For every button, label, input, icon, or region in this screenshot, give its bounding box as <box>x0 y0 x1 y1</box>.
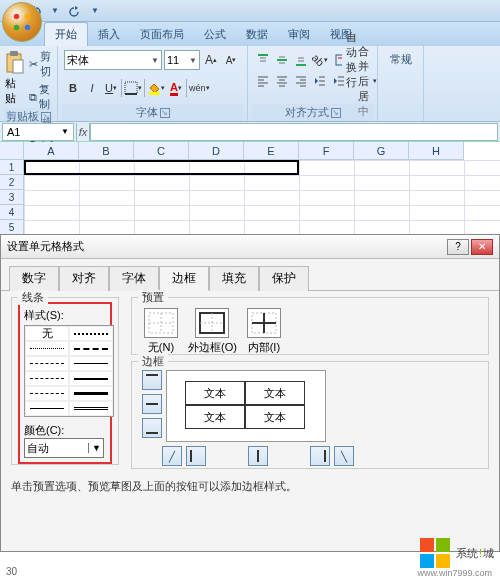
orientation-button[interactable]: ab▾ <box>311 50 329 70</box>
line-color-combo[interactable]: 自动 ▼ <box>24 438 104 458</box>
col-header[interactable]: B <box>79 142 134 160</box>
border-diag-up-button[interactable]: ╱ <box>162 446 182 466</box>
separator <box>186 79 187 97</box>
style-opt[interactable] <box>69 386 113 401</box>
close-button[interactable]: ✕ <box>471 239 493 255</box>
preset-inside[interactable]: 内部(I) <box>247 308 281 355</box>
row-header[interactable]: 2 <box>0 175 24 190</box>
watermark: 系统!城 <box>420 538 494 568</box>
formula-input[interactable] <box>90 123 498 141</box>
border-hmiddle-button[interactable] <box>142 394 162 414</box>
underline-button[interactable]: U▾ <box>102 78 120 98</box>
tab-insert[interactable]: 插入 <box>88 23 130 46</box>
bold-button[interactable]: B <box>64 78 82 98</box>
tab-data[interactable]: 数据 <box>236 23 278 46</box>
dtab-border[interactable]: 边框 <box>159 266 209 291</box>
align-left-button[interactable] <box>254 71 272 91</box>
tab-home[interactable]: 开始 <box>44 22 88 46</box>
border-left-button[interactable] <box>186 446 206 466</box>
border-vmiddle-button[interactable] <box>248 446 268 466</box>
worksheet: A B C D E F G H 1 2 3 4 5 <box>0 142 500 236</box>
phonetic-button[interactable]: wén▾ <box>188 78 211 98</box>
watermark-url: www.win7999.com <box>417 568 492 578</box>
preset-none[interactable]: 无(N) <box>144 308 178 355</box>
paste-label: 粘贴 <box>5 76 25 106</box>
redo-icon[interactable] <box>68 4 82 18</box>
font-size-combo[interactable]: 11▼ <box>164 50 200 70</box>
office-button[interactable] <box>2 2 42 42</box>
col-header[interactable]: H <box>409 142 464 160</box>
name-box[interactable]: A1▼ <box>2 123 74 141</box>
row-header[interactable]: 5 <box>0 220 24 235</box>
fill-color-button[interactable]: ▾ <box>146 78 166 98</box>
dtab-alignment[interactable]: 对齐 <box>59 266 109 291</box>
select-all-corner[interactable] <box>0 142 24 160</box>
row-header[interactable]: 4 <box>0 205 24 220</box>
border-bottom-button[interactable] <box>142 418 162 438</box>
align-middle-button[interactable] <box>273 50 291 70</box>
borders-button[interactable]: ▾ <box>123 78 143 98</box>
align-right-button[interactable] <box>292 71 310 91</box>
style-opt[interactable] <box>25 401 69 416</box>
row-header[interactable]: 1 <box>0 160 24 175</box>
paste-button[interactable]: 粘贴 <box>4 48 26 108</box>
tab-review[interactable]: 审阅 <box>278 23 320 46</box>
col-header[interactable]: A <box>24 142 79 160</box>
font-name-combo[interactable]: 宋体▼ <box>64 50 162 70</box>
dtab-font[interactable]: 字体 <box>109 266 159 291</box>
help-button[interactable]: ? <box>447 239 469 255</box>
style-opt[interactable] <box>25 386 69 401</box>
decrease-indent-button[interactable] <box>311 71 329 91</box>
style-none[interactable]: 无 <box>25 326 69 341</box>
tab-pagelayout[interactable]: 页面布局 <box>130 23 194 46</box>
dialog-hint: 单击预置选项、预览草图及上面的按钮可以添加边框样式。 <box>1 475 499 498</box>
grow-font-button[interactable]: A▴ <box>202 50 220 70</box>
style-opt[interactable] <box>69 326 113 341</box>
style-opt[interactable] <box>25 356 69 371</box>
col-header[interactable]: F <box>299 142 354 160</box>
shrink-font-button[interactable]: A▾ <box>222 50 240 70</box>
paste-icon <box>5 50 25 74</box>
dtab-protection[interactable]: 保护 <box>259 266 309 291</box>
align-top-button[interactable] <box>254 50 272 70</box>
col-header[interactable]: D <box>189 142 244 160</box>
align-center-button[interactable] <box>273 71 291 91</box>
cut-button[interactable]: ✂剪切 <box>28 48 54 80</box>
qat-customize-icon[interactable]: ▼ <box>88 4 102 18</box>
col-header[interactable]: C <box>134 142 189 160</box>
style-opt[interactable] <box>25 341 69 356</box>
format-cells-dialog: 设置单元格格式 ? ✕ 数字 对齐 字体 边框 填充 保护 线条 样式(S): … <box>0 234 500 552</box>
font-color-button[interactable]: A▾ <box>167 78 185 98</box>
increase-indent-button[interactable] <box>330 71 348 91</box>
border-preview[interactable]: 文本 文本 文本 文本 <box>166 370 326 442</box>
style-opt[interactable] <box>25 371 69 386</box>
tab-formulas[interactable]: 公式 <box>194 23 236 46</box>
style-opt[interactable] <box>69 356 113 371</box>
italic-button[interactable]: I <box>83 78 101 98</box>
clipboard-dialog-launcher[interactable]: ↘ <box>41 112 51 122</box>
dtab-fill[interactable]: 填充 <box>209 266 259 291</box>
border-right-button[interactable] <box>310 446 330 466</box>
font-dialog-launcher[interactable]: ↘ <box>160 108 170 118</box>
border-top-button[interactable] <box>142 370 162 390</box>
svg-point-3 <box>25 25 31 31</box>
align-bottom-button[interactable] <box>292 50 310 70</box>
dialog-titlebar[interactable]: 设置单元格格式 ? ✕ <box>1 235 499 259</box>
row-header[interactable]: 3 <box>0 190 24 205</box>
svg-point-2 <box>14 25 20 31</box>
merge-center-button[interactable]: 合并后居中▾ <box>349 71 371 91</box>
col-header[interactable]: E <box>244 142 299 160</box>
qat-dropdown-icon[interactable]: ▼ <box>48 4 62 18</box>
fx-icon[interactable]: fx <box>76 123 90 141</box>
border-diag-down-button[interactable]: ╲ <box>334 446 354 466</box>
cell-grid[interactable] <box>24 160 500 235</box>
style-opt[interactable] <box>69 341 113 356</box>
chevron-down-icon: ▼ <box>189 56 197 65</box>
style-opt[interactable] <box>69 371 113 386</box>
style-opt[interactable] <box>69 401 113 416</box>
align-dialog-launcher[interactable]: ↘ <box>331 108 341 118</box>
preset-outline[interactable]: 外边框(O) <box>188 308 237 355</box>
col-header[interactable]: G <box>354 142 409 160</box>
dtab-number[interactable]: 数字 <box>9 266 59 291</box>
line-style-picker[interactable]: 无 <box>24 325 114 417</box>
